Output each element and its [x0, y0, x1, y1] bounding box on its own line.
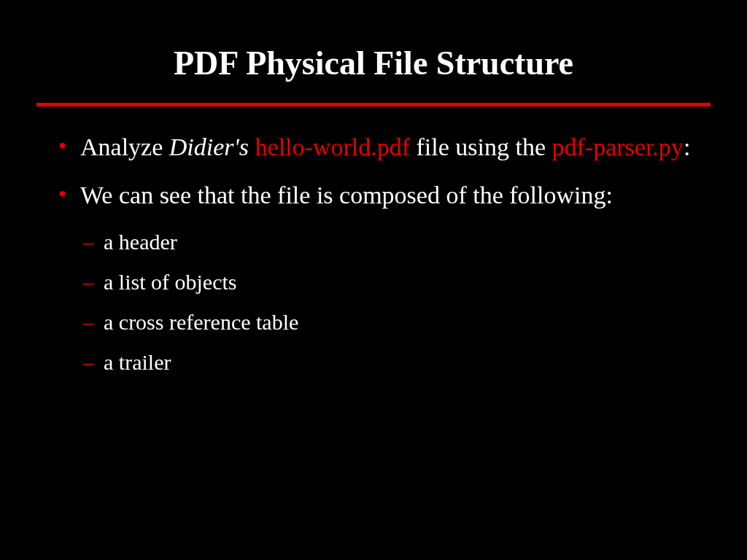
- sub-item-2: a list of objects: [83, 265, 711, 298]
- sub-item-1: a header: [83, 225, 711, 258]
- text-segment: Didier's: [169, 133, 249, 160]
- text-segment: file using the: [410, 133, 552, 160]
- text-segment: hello-world.pdf: [255, 133, 410, 160]
- slide: PDF Physical File Structure Analyze Didi…: [0, 0, 747, 422]
- bullet-item-1: Analyze Didier's hello-world.pdf file us…: [58, 130, 711, 165]
- bullet-item-2: We can see that the file is composed of …: [58, 178, 711, 213]
- text-segment: Analyze: [80, 133, 169, 160]
- text-segment: [249, 133, 255, 160]
- sub-list: a header a list of objects a cross refer…: [36, 225, 711, 378]
- text-segment: :: [684, 133, 690, 160]
- sub-item-4: a trailer: [83, 346, 711, 378]
- bullet-list: Analyze Didier's hello-world.pdf file us…: [36, 130, 711, 212]
- sub-item-3: a cross reference table: [83, 306, 711, 338]
- slide-title: PDF Physical File Structure: [36, 44, 711, 82]
- text-segment: We can see that the file is composed of …: [80, 182, 613, 209]
- divider: [36, 103, 711, 106]
- text-segment: pdf-parser.py: [552, 133, 684, 160]
